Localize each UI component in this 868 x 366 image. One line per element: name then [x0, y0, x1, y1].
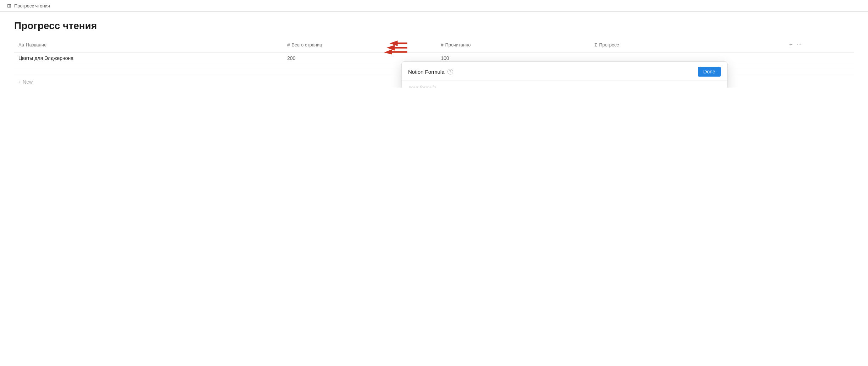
new-row-label: + New	[18, 79, 33, 85]
col-label-name: Название	[26, 42, 46, 48]
formula-placeholder: Your formula	[408, 85, 436, 88]
col-icon-pages: #	[287, 42, 290, 48]
col-header-read[interactable]: # Прочитанно	[436, 37, 590, 52]
add-column-icon[interactable]: +	[789, 41, 792, 48]
formula-title-area: Notion Formula ?	[408, 69, 453, 75]
col-label-progress: Прогресс	[599, 42, 619, 48]
cell-name-1[interactable]: Цветы для Элджернона	[14, 52, 283, 64]
col-header-progress[interactable]: Σ Прогресс	[590, 37, 782, 52]
help-icon[interactable]: ?	[447, 69, 453, 74]
formula-input-area[interactable]: Your formula	[402, 81, 727, 88]
formula-header: Notion Formula ? Done	[402, 62, 727, 81]
formula-title: Notion Formula	[408, 69, 445, 75]
col-icon-name: Аа	[18, 42, 24, 48]
col-header-name[interactable]: Аа Название	[14, 37, 283, 52]
more-options-icon[interactable]: ···	[797, 41, 801, 48]
top-bar-title: Прогресс чтения	[14, 3, 50, 9]
db-icon: ⊞	[7, 3, 11, 9]
col-header-actions: + ···	[782, 37, 854, 52]
page-content: Прогресс чтения Аа Название # Всего стра…	[0, 12, 868, 88]
top-bar: ⊞ Прогресс чтения	[0, 0, 868, 12]
col-header-pages[interactable]: # Всего страниц	[283, 37, 436, 52]
cell-extra-3	[782, 70, 854, 76]
col-label-pages: Всего страниц	[291, 42, 322, 48]
cell-extra-1	[782, 52, 854, 64]
cell-extra-2	[782, 64, 854, 70]
done-button[interactable]: Done	[698, 67, 721, 77]
cell-name-2[interactable]	[14, 64, 283, 70]
help-label: ?	[449, 70, 451, 74]
cell-name-3[interactable]	[14, 70, 283, 76]
col-label-read: Прочитанно	[445, 42, 471, 48]
col-icon-progress: Σ	[594, 42, 597, 48]
page-title: Прогресс чтения	[14, 20, 854, 32]
col-icon-read: #	[441, 42, 443, 48]
formula-panel: Notion Formula ? Done Your formula = 👁 P…	[401, 61, 728, 88]
